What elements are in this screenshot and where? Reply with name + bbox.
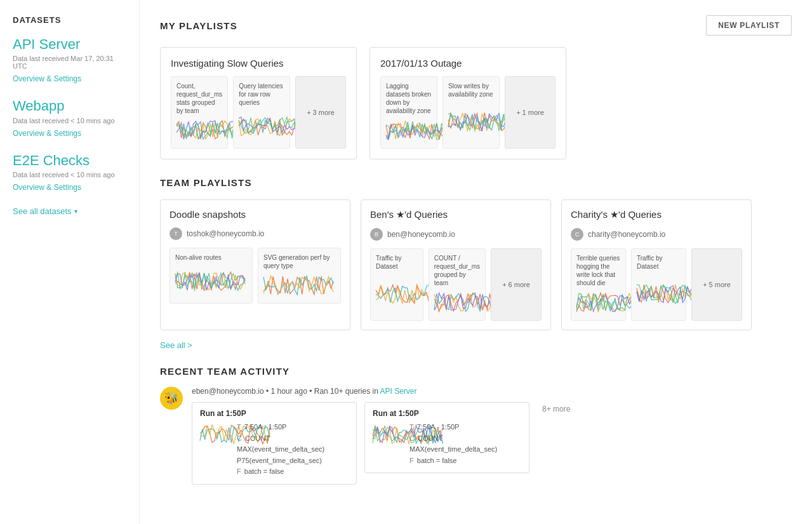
activity-dataset-link[interactable]: API Server [380, 387, 417, 396]
team-chart-svg-0-1 [263, 272, 335, 298]
team-playlist-card-1[interactable]: Ben's ★'d QueriesBben@honeycomb.ioTraffi… [361, 199, 551, 330]
owner-name-2: charity@honeycomb.io [588, 230, 665, 239]
dataset-link-0[interactable]: Overview & Settings [13, 74, 81, 83]
activity-row-1-2: MAX(event_time_delta_sec) [409, 444, 497, 455]
chart-label-1-0: Lagging datasets broken down by availabi… [386, 82, 432, 115]
activity-row-0-4: F batch = false [237, 466, 324, 478]
sidebar-datasets-title: DATASETS [13, 15, 126, 25]
playlist-owner-0: Ttoshok@honeycomb.io [170, 227, 341, 240]
chart-svg-0-0 [176, 118, 222, 143]
owner-avatar-2: C [571, 228, 583, 241]
dataset-name-2[interactable]: E2E Checks [13, 152, 126, 169]
team-chart-label-0-0: Non-alive routes [175, 253, 247, 262]
team-chart-thumb-0-0: Non-alive routes [170, 248, 253, 304]
activity-card-rows-0: T 7:50A - 1:50PC COUNTMAX(event_time_del… [237, 422, 324, 478]
activity-action: Ran 10+ queries in [314, 387, 378, 396]
dataset-link-1[interactable]: Overview & Settings [13, 129, 81, 138]
activity-content: eben@honeycomb.io • 1 hour ago • Ran 10+… [192, 387, 792, 485]
team-chart-thumbs-2: Terrible queries hogging the write lock … [571, 248, 742, 321]
team-playlist-title-1: Ben's ★'d Queries [370, 209, 542, 220]
dataset-name-0[interactable]: API Server [13, 36, 126, 53]
playlist-title-0: Investigating Slow Queries [171, 58, 346, 69]
activity-entry: 🐝 eben@honeycomb.io • 1 hour ago • Ran 1… [160, 387, 792, 485]
team-chart-svg-1-1 [434, 290, 480, 315]
activity-card-content-0: T 7:50A - 1:50PC COUNTMAX(event_time_del… [200, 422, 349, 478]
team-chart-thumb-2-0: Terrible queries hogging the write lock … [571, 248, 626, 321]
activity-cards: Run at 1:50PT 7:50A - 1:50PC COUNTMAX(ev… [192, 402, 792, 485]
chart-label-1-1: Slow writes by availability zone [448, 82, 494, 98]
activity-header: eben@honeycomb.io • 1 hour ago • Ran 10+… [192, 387, 792, 396]
activity-card-0[interactable]: Run at 1:50PT 7:50A - 1:50PC COUNTMAX(ev… [192, 402, 357, 485]
more-badge-1[interactable]: + 1 more [505, 76, 556, 149]
dataset-name-1[interactable]: Webapp [13, 98, 126, 114]
team-playlists-header: TEAM PLAYLISTS [160, 177, 792, 188]
team-more-badge-2[interactable]: + 5 more [691, 248, 742, 321]
owner-name-0: toshok@honeycomb.io [187, 229, 264, 238]
team-playlist-title-0: Doodle snapshots [170, 209, 341, 220]
team-chart-svg-0-0 [175, 264, 247, 298]
activity-row-0-2: MAX(event_time_delta_sec) [237, 444, 324, 455]
sidebar: DATASETS API Server Data last received M… [0, 0, 140, 524]
chart-thumb-1-0: Lagging datasets broken down by availabi… [380, 76, 437, 149]
team-playlists-grid: Doodle snapshotsTtoshok@honeycomb.ioNon-… [160, 199, 792, 330]
team-playlist-title-2: Charity's ★'d Queries [571, 209, 742, 220]
recent-activity-title: RECENT TEAM ACTIVITY [160, 366, 792, 377]
activity-row-1-3: F batch = false [409, 455, 497, 467]
activity-mini-chart-0 [200, 422, 232, 478]
team-chart-label-1-1: COUNT / request_dur_ms grouped by team [434, 254, 480, 287]
dataset-link-2[interactable]: Overview & Settings [13, 183, 81, 192]
recent-activity-section: RECENT TEAM ACTIVITY 🐝 eben@honeycomb.io… [160, 366, 792, 485]
team-see-all-link[interactable]: See all > [160, 340, 192, 350]
my-playlist-card-0[interactable]: Investigating Slow QueriesCount, request… [160, 47, 357, 159]
chart-label-0-0: Count, request_dur_ms stats grouped by t… [176, 82, 222, 115]
main-content: MY PLAYLISTS NEW PLAYLIST Investigating … [140, 0, 812, 524]
my-playlists-title: MY PLAYLISTS [160, 20, 237, 31]
owner-name-1: ben@honeycomb.io [387, 230, 455, 239]
my-playlists-header: MY PLAYLISTS NEW PLAYLIST [160, 15, 792, 36]
see-all-datasets[interactable]: See all datasets ▾ [13, 206, 126, 216]
team-chart-thumb-1-0: Traffic by Dataset [370, 248, 423, 321]
team-chart-label-0-1: SVG generation perf by query type [263, 253, 335, 270]
team-chart-thumb-0-1: SVG generation perf by query type [258, 248, 341, 304]
chart-thumbs-0: Count, request_dur_ms stats grouped by t… [171, 76, 346, 149]
my-playlist-card-1[interactable]: 2017/01/13 OutageLagging datasets broken… [369, 47, 566, 159]
activity-card-1[interactable]: Run at 1:50PT 7:50A - 1:50PC COUNTMAX(ev… [364, 402, 529, 473]
activity-time: 1 hour ago [270, 387, 307, 396]
activity-row-0-3: P75(event_time_delta_sec) [237, 455, 324, 467]
team-chart-thumb-1-1: COUNT / request_dur_ms grouped by team [429, 248, 486, 321]
activity-more-badge[interactable]: 8+ more [537, 402, 575, 416]
owner-avatar-1: B [370, 228, 383, 241]
playlist-owner-2: Ccharity@honeycomb.io [571, 228, 742, 241]
team-more-badge-1[interactable]: + 6 more [491, 248, 542, 321]
chart-thumb-0-0: Count, request_dur_ms stats grouped by t… [171, 76, 228, 149]
chart-svg-1-1 [448, 101, 494, 143]
activity-card-rows-1: T 7:50A - 1:50PC COUNTMAX(event_time_del… [409, 422, 497, 466]
activity-mini-chart-1 [373, 422, 404, 466]
team-chart-label-1-0: Traffic by Dataset [376, 254, 418, 271]
activity-row-0-0: T 7:50A - 1:50P [237, 422, 324, 433]
activity-row-1-1: C COUNT [409, 433, 497, 445]
chart-label-0-1: Query latencies for raw row queries [239, 82, 284, 107]
dataset-meta-2: Data last received < 10 mins ago [13, 171, 126, 178]
chevron-down-icon: ▾ [74, 208, 77, 215]
playlist-title-1: 2017/01/13 Outage [380, 58, 556, 69]
team-playlist-card-0[interactable]: Doodle snapshotsTtoshok@honeycomb.ioNon-… [160, 199, 350, 330]
dataset-meta-1: Data last received < 10 mins ago [13, 117, 126, 124]
see-all-label: See all datasets [13, 206, 72, 216]
team-chart-svg-1-0 [376, 273, 418, 315]
activity-action-text: • [309, 387, 314, 396]
new-playlist-button[interactable]: NEW PLAYLIST [706, 15, 792, 36]
team-chart-thumbs-0: Non-alive routesSVG generation perf by q… [170, 248, 341, 304]
activity-card-content-1: T 7:50A - 1:50PC COUNTMAX(event_time_del… [373, 422, 521, 466]
activity-card-title-0: Run at 1:50P [200, 409, 349, 418]
team-playlist-card-2[interactable]: Charity's ★'d QueriesCcharity@honeycomb.… [561, 199, 752, 330]
more-badge-0[interactable]: + 3 more [295, 76, 346, 149]
sidebar-datasets: API Server Data last received Mar 17, 20… [13, 36, 126, 192]
sidebar-dataset-1: Webapp Data last received < 10 mins ago … [13, 98, 126, 138]
sidebar-dataset-0: API Server Data last received Mar 17, 20… [13, 36, 126, 84]
dataset-meta-0: Data last received Mar 17, 20:31 UTC [13, 55, 126, 70]
activity-user: eben@honeycomb.io [192, 387, 264, 396]
chart-svg-1-0 [386, 118, 432, 143]
playlist-owner-1: Bben@honeycomb.io [370, 228, 542, 241]
team-chart-thumb-2-1: Traffic by Dataset [631, 248, 686, 321]
